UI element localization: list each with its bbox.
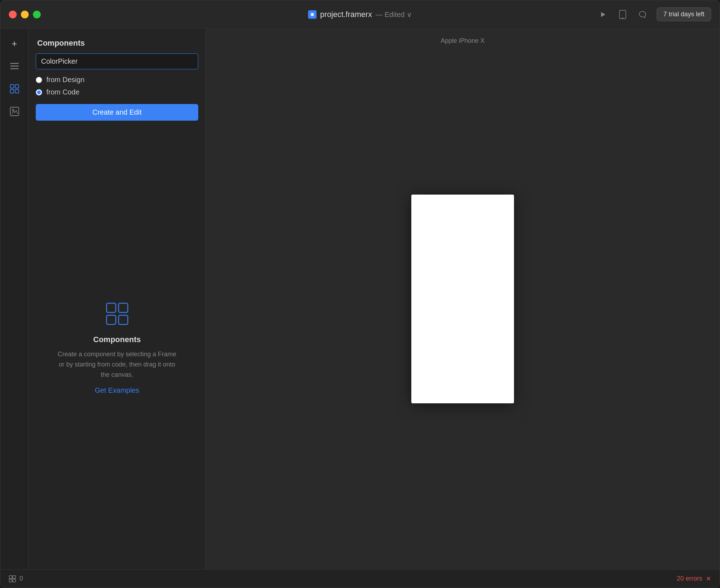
traffic-lights (9, 11, 41, 18)
svg-rect-2 (311, 13, 313, 16)
close-errors-button[interactable]: ✕ (706, 575, 711, 583)
component-name-input[interactable] (36, 53, 198, 69)
play-button[interactable] (597, 9, 608, 20)
svg-rect-18 (119, 315, 128, 324)
bottom-bar: 0 20 errors ✕ (0, 569, 720, 588)
trial-badge[interactable]: 7 trial days left (657, 7, 711, 21)
errors-label: 20 errors (677, 575, 702, 582)
svg-point-14 (12, 109, 14, 111)
close-button[interactable] (9, 11, 17, 18)
titlebar-title-area: project.framerx — Edited ∨ (308, 10, 412, 19)
empty-state-desc: Create a component by selecting a Frame … (57, 349, 177, 380)
empty-state: Components Create a component by selecti… (29, 128, 205, 569)
components-button[interactable] (7, 81, 22, 97)
frame-count: 0 (19, 575, 23, 582)
svg-rect-21 (9, 579, 12, 582)
edited-label: — Edited ∨ (376, 10, 412, 19)
assets-button[interactable] (7, 104, 22, 119)
create-edit-button[interactable]: Create and Edit (36, 104, 198, 121)
svg-rect-6 (10, 63, 19, 64)
device-preview-button[interactable] (617, 9, 628, 20)
components-empty-icon (106, 302, 128, 327)
svg-rect-11 (10, 90, 14, 93)
svg-rect-22 (13, 579, 16, 582)
bottom-left: 0 (9, 575, 23, 582)
panel-content: from Design from Code Create and Edit (29, 53, 205, 128)
svg-rect-10 (15, 85, 19, 88)
radio-code-input[interactable] (36, 89, 42, 96)
add-button[interactable]: + (7, 36, 22, 51)
minimize-button[interactable] (21, 11, 29, 18)
svg-rect-5 (622, 18, 624, 18)
file-icon (308, 10, 316, 19)
panel-header: Components (29, 29, 205, 53)
maximize-button[interactable] (33, 11, 41, 18)
svg-rect-7 (10, 66, 19, 67)
svg-rect-16 (119, 303, 128, 312)
app-window: project.framerx — Edited ∨ 7 trial da (0, 0, 720, 588)
empty-state-title: Components (93, 335, 141, 344)
device-label: Apple iPhone X (441, 37, 485, 45)
device-frame (411, 195, 514, 403)
radio-group: from Design from Code (36, 76, 198, 96)
svg-rect-4 (619, 10, 626, 19)
filename-label: project.framerx (320, 10, 372, 19)
svg-rect-20 (13, 576, 16, 578)
svg-marker-3 (601, 12, 605, 17)
comment-button[interactable] (637, 9, 648, 20)
radio-from-code[interactable]: from Code (36, 88, 198, 96)
sidebar-panel: Components from Design from Code Create … (29, 29, 206, 569)
radio-design-input[interactable] (36, 77, 42, 83)
titlebar: project.framerx — Edited ∨ 7 trial da (0, 0, 720, 29)
radio-from-design[interactable]: from Design (36, 76, 198, 84)
grid-icon (9, 575, 16, 582)
svg-rect-13 (10, 107, 19, 116)
menu-button[interactable] (7, 58, 22, 74)
svg-rect-15 (107, 303, 116, 312)
titlebar-right-controls: 7 trial days left (597, 7, 711, 21)
get-examples-link[interactable]: Get Examples (95, 386, 139, 394)
svg-rect-9 (10, 85, 14, 88)
svg-rect-12 (15, 90, 19, 93)
svg-rect-19 (9, 576, 12, 578)
main-layout: + (0, 29, 720, 569)
svg-rect-8 (10, 68, 19, 69)
canvas-area[interactable]: Apple iPhone X (206, 29, 720, 569)
svg-rect-17 (107, 315, 116, 324)
left-toolbar: + (0, 29, 29, 569)
bottom-right[interactable]: 20 errors ✕ (677, 575, 711, 583)
